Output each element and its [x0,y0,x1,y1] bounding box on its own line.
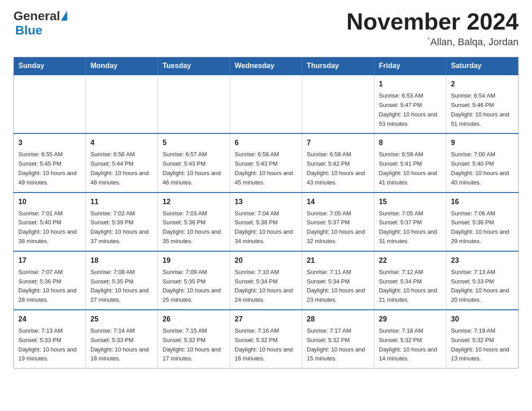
logo: General Blue [13,9,67,38]
day-number: 13 [235,197,297,207]
table-row: 25Sunrise: 7:14 AMSunset: 5:33 PMDayligh… [86,310,158,368]
table-row: 10Sunrise: 7:01 AMSunset: 5:40 PMDayligh… [14,193,86,251]
table-row: 18Sunrise: 7:08 AMSunset: 5:35 PMDayligh… [86,251,158,310]
table-row: 24Sunrise: 7:13 AMSunset: 5:33 PMDayligh… [14,310,86,368]
logo-blue-text: Blue [15,23,43,38]
day-number: 11 [90,197,153,207]
table-row: 22Sunrise: 7:12 AMSunset: 5:34 PMDayligh… [374,251,446,310]
table-row: 20Sunrise: 7:10 AMSunset: 5:34 PMDayligh… [230,251,302,310]
day-info: Sunrise: 7:01 AMSunset: 5:40 PMDaylight:… [18,209,81,246]
table-row: 1Sunrise: 6:53 AMSunset: 5:47 PMDaylight… [374,75,446,133]
day-info: Sunrise: 6:55 AMSunset: 5:45 PMDaylight:… [18,150,81,187]
table-row: 17Sunrise: 7:07 AMSunset: 5:36 PMDayligh… [14,251,86,310]
location-title: `Allan, Balqa, Jordan [347,36,519,48]
table-row: 13Sunrise: 7:04 AMSunset: 5:38 PMDayligh… [230,193,302,251]
table-row: 23Sunrise: 7:13 AMSunset: 5:33 PMDayligh… [446,251,519,310]
header-wednesday: Wednesday [230,57,302,75]
day-info: Sunrise: 6:57 AMSunset: 5:43 PMDaylight:… [163,150,225,187]
table-row: 29Sunrise: 7:18 AMSunset: 5:32 PMDayligh… [374,310,446,368]
day-number: 9 [451,137,514,148]
table-row: 16Sunrise: 7:06 AMSunset: 5:36 PMDayligh… [446,193,519,251]
table-row [302,75,374,133]
table-row [158,75,230,133]
day-number: 18 [90,255,153,266]
day-info: Sunrise: 7:05 AMSunset: 5:37 PMDaylight:… [307,209,369,246]
table-row: 26Sunrise: 7:15 AMSunset: 5:32 PMDayligh… [158,310,230,368]
calendar-header-row: Sunday Monday Tuesday Wednesday Thursday… [14,57,519,75]
table-row: 6Sunrise: 6:58 AMSunset: 5:43 PMDaylight… [230,133,302,192]
day-number: 20 [235,255,297,266]
day-info: Sunrise: 6:58 AMSunset: 5:42 PMDaylight:… [307,150,369,187]
day-info: Sunrise: 7:07 AMSunset: 5:36 PMDaylight:… [18,268,81,305]
day-number: 22 [379,255,442,266]
day-number: 14 [307,197,369,207]
table-row: 4Sunrise: 6:56 AMSunset: 5:44 PMDaylight… [86,133,158,192]
day-info: Sunrise: 7:00 AMSunset: 5:40 PMDaylight:… [451,150,514,187]
day-number: 17 [18,255,81,266]
day-info: Sunrise: 6:54 AMSunset: 5:46 PMDaylight:… [451,91,514,128]
day-number: 27 [235,314,297,325]
calendar-week-row: 1Sunrise: 6:53 AMSunset: 5:47 PMDaylight… [14,75,519,133]
table-row: 9Sunrise: 7:00 AMSunset: 5:40 PMDaylight… [446,133,519,192]
day-number: 10 [18,197,81,207]
table-row: 15Sunrise: 7:05 AMSunset: 5:37 PMDayligh… [374,193,446,251]
day-info: Sunrise: 7:14 AMSunset: 5:33 PMDaylight:… [90,326,153,364]
day-info: Sunrise: 7:12 AMSunset: 5:34 PMDaylight:… [379,268,442,305]
day-number: 15 [379,197,442,207]
table-row: 19Sunrise: 7:09 AMSunset: 5:35 PMDayligh… [158,251,230,310]
table-row [230,75,302,133]
header-friday: Friday [374,57,446,75]
header-tuesday: Tuesday [158,57,230,75]
table-row: 8Sunrise: 6:59 AMSunset: 5:41 PMDaylight… [374,133,446,192]
table-row: 30Sunrise: 7:19 AMSunset: 5:32 PMDayligh… [446,310,519,368]
day-info: Sunrise: 7:03 AMSunset: 5:38 PMDaylight:… [163,209,225,246]
day-info: Sunrise: 6:58 AMSunset: 5:43 PMDaylight:… [235,150,297,187]
day-info: Sunrise: 6:56 AMSunset: 5:44 PMDaylight:… [90,150,153,187]
logo-general-text: General [13,9,60,23]
day-info: Sunrise: 7:06 AMSunset: 5:36 PMDaylight:… [451,209,514,246]
calendar-week-row: 17Sunrise: 7:07 AMSunset: 5:36 PMDayligh… [14,251,519,310]
day-info: Sunrise: 7:16 AMSunset: 5:32 PMDaylight:… [235,326,297,364]
day-info: Sunrise: 7:08 AMSunset: 5:35 PMDaylight:… [90,268,153,305]
day-info: Sunrise: 7:09 AMSunset: 5:35 PMDaylight:… [163,268,225,305]
day-info: Sunrise: 7:02 AMSunset: 5:39 PMDaylight:… [90,209,153,246]
day-number: 30 [451,314,514,325]
day-info: Sunrise: 6:59 AMSunset: 5:41 PMDaylight:… [379,150,442,187]
day-number: 6 [235,137,297,148]
title-area: November 2024 `Allan, Balqa, Jordan [347,9,519,48]
header: General Blue November 2024 `Allan, Balqa… [13,9,519,48]
day-number: 21 [307,255,369,266]
table-row: 7Sunrise: 6:58 AMSunset: 5:42 PMDaylight… [302,133,374,192]
header-sunday: Sunday [14,57,86,75]
day-number: 29 [379,314,442,325]
header-monday: Monday [86,57,158,75]
table-row: 11Sunrise: 7:02 AMSunset: 5:39 PMDayligh… [86,193,158,251]
table-row: 2Sunrise: 6:54 AMSunset: 5:46 PMDaylight… [446,75,519,133]
day-number: 1 [379,79,442,90]
calendar-week-row: 24Sunrise: 7:13 AMSunset: 5:33 PMDayligh… [14,310,519,368]
table-row [86,75,158,133]
day-number: 3 [18,137,81,148]
day-number: 5 [163,137,225,148]
table-row: 21Sunrise: 7:11 AMSunset: 5:34 PMDayligh… [302,251,374,310]
day-info: Sunrise: 7:17 AMSunset: 5:32 PMDaylight:… [307,326,369,364]
day-number: 28 [307,314,369,325]
table-row: 14Sunrise: 7:05 AMSunset: 5:37 PMDayligh… [302,193,374,251]
table-row: 3Sunrise: 6:55 AMSunset: 5:45 PMDaylight… [14,133,86,192]
calendar-week-row: 10Sunrise: 7:01 AMSunset: 5:40 PMDayligh… [14,193,519,251]
day-number: 24 [18,314,81,325]
day-number: 2 [451,79,514,90]
day-info: Sunrise: 7:04 AMSunset: 5:38 PMDaylight:… [235,209,297,246]
header-thursday: Thursday [302,57,374,75]
day-info: Sunrise: 7:18 AMSunset: 5:32 PMDaylight:… [379,326,442,364]
day-number: 8 [379,137,442,148]
calendar-table: Sunday Monday Tuesday Wednesday Thursday… [13,57,519,368]
day-number: 23 [451,255,514,266]
table-row: 28Sunrise: 7:17 AMSunset: 5:32 PMDayligh… [302,310,374,368]
table-row: 27Sunrise: 7:16 AMSunset: 5:32 PMDayligh… [230,310,302,368]
table-row [14,75,86,133]
day-number: 16 [451,197,514,207]
logo-triangle-icon [61,11,67,21]
day-number: 12 [163,197,225,207]
day-number: 26 [163,314,225,325]
